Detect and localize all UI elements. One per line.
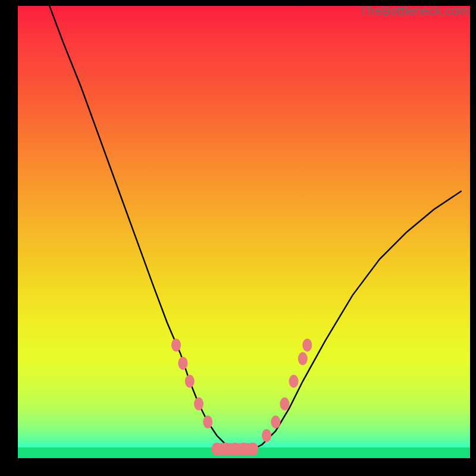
curve-marker (178, 356, 187, 369)
curve-marker (248, 443, 258, 456)
curve-marker (203, 415, 212, 428)
chart-overlay (18, 6, 470, 458)
chart-stage: TheBottleneck.com (0, 0, 476, 476)
curve-marker (171, 339, 181, 352)
curve-marker (185, 375, 195, 388)
curve-marker (280, 397, 289, 411)
curve-markers (171, 339, 312, 456)
curve-marker (298, 352, 308, 365)
curve-marker (289, 375, 299, 388)
bottleneck-curve (49, 6, 461, 449)
curve-marker (271, 415, 280, 428)
curve-marker (262, 429, 271, 442)
curve-marker (302, 339, 312, 352)
curve-marker (194, 397, 203, 411)
